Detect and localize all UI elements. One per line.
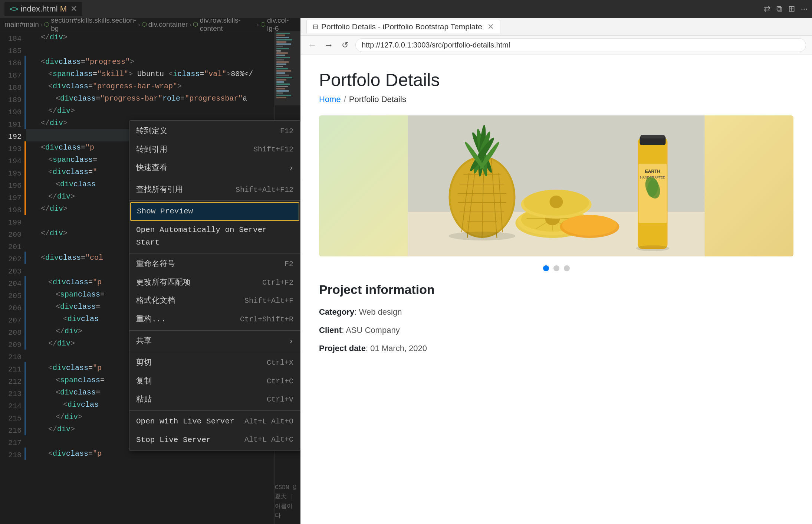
menu-open-live-server[interactable]: Open with Live Server Alt+L Alt+O — [129, 412, 300, 431]
browser-icon: ⊟ — [313, 23, 318, 31]
client-label: Client — [319, 325, 342, 335]
fruit-image-svg: EARTH HANDCRAFTED — [319, 115, 793, 256]
preview-tab-label: Portfolio Details - iPortfolio Bootstrap… — [321, 22, 482, 31]
menu-item-label: 转到引用 — [136, 144, 167, 156]
title-bar: <> index.html M ✕ ⇄ ⧉ ⊞ ··· — [0, 0, 812, 18]
carousel-dots — [319, 265, 793, 271]
svg-rect-37 — [641, 135, 665, 138]
bc-4: div.row.skills-content — [200, 18, 255, 33]
carousel-dot-1[interactable] — [543, 265, 549, 271]
menu-item-label: 重构... — [136, 313, 166, 326]
menu-open-auto[interactable]: Open Automatically on Server Start — [129, 221, 300, 252]
tab-close-icon[interactable]: ✕ — [70, 4, 77, 14]
bc-1: main#main — [4, 20, 39, 29]
url-bar[interactable]: http://127.0.0.1:3003/src/portfolio-deta… — [355, 38, 806, 52]
forward-button[interactable]: → — [323, 39, 335, 51]
menu-item-label: Open with Live Server — [136, 415, 234, 428]
date-label: Project date — [319, 344, 366, 353]
menu-item-shortcut: Shift+Alt+F12 — [236, 184, 293, 196]
menu-goto-definition[interactable]: 转到定义 F12 — [129, 122, 300, 141]
menu-item-shortcut: F12 — [280, 125, 293, 137]
menu-item-shortcut: Ctrl+X — [267, 357, 293, 369]
project-info-title: Project information — [319, 282, 793, 297]
preview-breadcrumb: Home / Portfolio Details — [319, 95, 793, 104]
carousel-dot-2[interactable] — [553, 265, 559, 271]
svg-point-34 — [562, 215, 617, 236]
svg-point-44 — [636, 245, 670, 251]
menu-item-label: 剪切 — [136, 357, 152, 369]
menu-item-label: 查找所有引用 — [136, 184, 183, 196]
bc-3: div.container — [148, 20, 188, 29]
menu-item-shortcut: Ctrl+Shift+R — [240, 314, 293, 325]
menu-goto-reference[interactable]: 转到引用 Shift+F12 — [129, 141, 300, 159]
context-menu[interactable]: 转到定义 F12 转到引用 Shift+F12 快速查看 › 查找所有引用 Sh… — [129, 120, 300, 451]
breadcrumb-home[interactable]: Home — [319, 95, 341, 104]
menu-item-shortcut: Ctrl+C — [267, 376, 293, 387]
menu-item-label: Show Preview — [137, 205, 193, 218]
menu-stop-live-server[interactable]: Stop Live Server Alt+L Alt+C — [129, 431, 300, 449]
menu-item-label: 转到定义 — [136, 125, 167, 138]
carousel-dot-3[interactable] — [564, 265, 570, 271]
editor-breadcrumb: main#main › ⬡ section#skills.skills.sect… — [0, 18, 300, 31]
menu-share[interactable]: 共享 › — [129, 332, 300, 351]
split-editor-icon[interactable]: ⧉ — [776, 4, 782, 14]
svg-text:EARTH: EARTH — [645, 169, 660, 174]
code-editor[interactable]: 184 185 186 187 188 189 190 191 192 193 … — [0, 31, 300, 524]
menu-cut[interactable]: 剪切 Ctrl+X — [129, 354, 300, 372]
menu-item-shortcut: Shift+F12 — [253, 144, 293, 155]
refresh-button[interactable]: ↺ — [339, 40, 351, 50]
modified-indicator: M — [60, 4, 67, 14]
menu-arrow-icon: › — [289, 335, 293, 348]
menu-copy[interactable]: 复制 Ctrl+C — [129, 372, 300, 391]
layout-icon[interactable]: ⊞ — [788, 4, 795, 14]
menu-item-label: 格式化文档 — [136, 295, 175, 307]
breadcrumb-current: Portfolio Details — [349, 95, 406, 104]
project-info-client: Client: ASU Company — [319, 324, 793, 336]
client-value: ASU Company — [346, 325, 400, 335]
editor-panel: main#main › ⬡ section#skills.skills.sect… — [0, 18, 300, 524]
menu-item-label: 复制 — [136, 375, 152, 388]
title-bar-icons: ⇄ ⧉ ⊞ ··· — [764, 4, 808, 14]
menu-quick-look[interactable]: 快速查看 › — [129, 159, 300, 177]
menu-item-shortcut: Alt+L Alt+O — [244, 416, 293, 428]
menu-rename-symbol[interactable]: 重命名符号 F2 — [129, 255, 300, 274]
url-text: http://127.0.0.1:3003/src/portfolio-deta… — [362, 41, 510, 49]
category-value: Web design — [359, 307, 402, 317]
category-label: Category — [319, 307, 354, 317]
more-icon[interactable]: ··· — [801, 4, 808, 14]
preview-tab[interactable]: ⊟ Portfolio Details - iPortfolio Bootstr… — [306, 20, 500, 33]
menu-separator-2 — [129, 200, 300, 201]
menu-item-shortcut: F2 — [285, 258, 293, 270]
menu-separator-4 — [129, 330, 300, 331]
page-title: Portfolo Details — [319, 70, 793, 90]
menu-refactor[interactable]: 重构... Ctrl+Shift+R — [129, 310, 300, 329]
browser-bar: ← → ↺ http://127.0.0.1:3003/src/portfoli… — [300, 36, 812, 55]
menu-change-all[interactable]: 更改所有匹配项 Ctrl+F2 — [129, 274, 300, 292]
preview-tab-close[interactable]: ✕ — [487, 22, 494, 31]
menu-item-label: Open Automatically on Server Start — [136, 224, 293, 249]
menu-find-references[interactable]: 查找所有引用 Shift+Alt+F12 — [129, 181, 300, 199]
preview-content[interactable]: Portfolo Details Home / Portfolio Detail… — [300, 55, 812, 524]
project-info-date: Project date: 01 March, 2020 — [319, 342, 793, 354]
menu-separator-6 — [129, 410, 300, 411]
editor-tab[interactable]: <> index.html M ✕ — [4, 2, 82, 16]
git-icon[interactable]: ⇄ — [764, 4, 770, 14]
menu-item-label: Stop Live Server — [136, 434, 211, 446]
project-info-category: Category: Web design — [319, 306, 793, 318]
menu-item-label: 共享 — [136, 335, 152, 348]
back-button[interactable]: ← — [306, 39, 318, 51]
svg-point-43 — [449, 232, 516, 240]
menu-format-doc[interactable]: 格式化文档 Shift+Alt+F — [129, 292, 300, 310]
menu-separator-3 — [129, 253, 300, 253]
menu-separator-1 — [129, 179, 300, 179]
menu-item-label: 更改所有匹配项 — [136, 276, 191, 289]
menu-item-label: 快速查看 — [136, 162, 167, 174]
line-numbers: 184 185 186 187 188 189 190 191 192 193 … — [6, 31, 24, 524]
menu-item-shortcut: Alt+L Alt+C — [244, 434, 293, 446]
main-area: main#main › ⬡ section#skills.skills.sect… — [0, 18, 812, 524]
date-value: 01 March, 2020 — [370, 344, 427, 353]
menu-show-preview[interactable]: Show Preview — [130, 202, 299, 221]
menu-paste[interactable]: 粘贴 Ctrl+V — [129, 390, 300, 409]
menu-item-shortcut: Shift+Alt+F — [244, 295, 293, 307]
menu-item-shortcut: Ctrl+F2 — [262, 277, 293, 289]
